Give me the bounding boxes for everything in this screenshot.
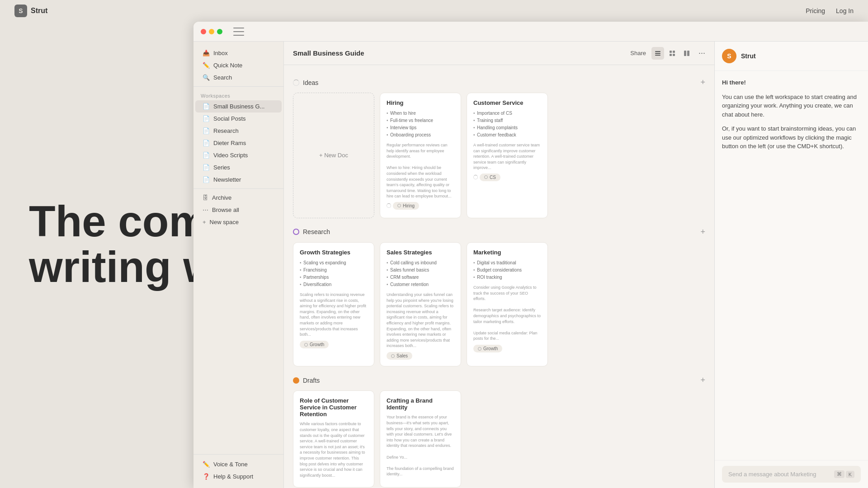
minimize-control[interactable] [209,29,214,34]
sidebar: 📥 Inbox ✏️ Quick Note 🔍 Search Workspace… [193,42,284,488]
login-link[interactable]: Log In [836,7,854,14]
growth-strategies-card[interactable]: Growth Strategies Scaling vs expanding F… [293,242,374,366]
chat-greeting: Hi there! [722,78,861,87]
sidebar-item-search[interactable]: 🔍 Search [195,71,282,84]
cs-retention-card[interactable]: Role of Customer Service in Customer Ret… [293,390,374,488]
sidebar-toggle[interactable] [233,28,244,36]
group-ideas: Ideas + [293,78,705,87]
svg-rect-5 [670,54,672,56]
group-ideas-add-button[interactable]: + [700,78,705,87]
drafts-cards-grid: Role of Customer Service in Customer Ret… [293,390,705,488]
ideas-spinner-icon [293,80,299,86]
brand-identity-card[interactable]: Crafting a Brand Identity Your brand is … [380,390,461,488]
bullet-item: Handling complaints [473,124,541,131]
sidebar-item-newsletter[interactable]: 📄 Newsletter [195,174,282,186]
split-view-button[interactable] [680,47,693,60]
research-cards-grid: Growth Strategies Scaling vs expanding F… [293,242,705,366]
sidebar-item-label: Newsletter [213,176,241,183]
marketing-growth-tag: Growth [473,345,502,352]
group-drafts-add-button[interactable]: + [700,375,705,385]
cs-tag: CS [480,174,500,181]
svg-rect-0 [655,51,660,52]
app-body: 📥 Inbox ✏️ Quick Note 🔍 Search Workspace… [193,42,868,488]
doc-icon: 📄 [203,115,210,122]
growth-tag-dot-icon [304,343,308,347]
marketing-card[interactable]: Marketing Digital vs traditional Budget … [467,242,548,366]
hiring-card[interactable]: Hiring When to hire Full-time vs freelan… [380,93,461,218]
bullet-item: Training staff [473,117,541,124]
sidebar-item-research[interactable]: 📄 Research [195,125,282,137]
svg-rect-6 [673,54,675,56]
chat-input-box[interactable]: Send a message about Marketing ⌘ K [722,466,861,483]
sidebar-item-series[interactable]: 📄 Series [195,161,282,174]
sidebar-item-inbox[interactable]: 📥 Inbox [195,47,282,59]
chat-greeting-text: Hi there! [722,78,861,87]
bullet-item: Customer retention [387,281,454,288]
grid-view-button[interactable] [666,47,679,60]
chat-messages: Hi there! You can use the left workspace… [715,71,868,460]
group-research: Research + [293,227,705,237]
sidebar-item-dieterrams[interactable]: 📄 Dieter Rams [195,137,282,149]
new-doc-label: + New Doc [319,152,348,159]
sidebar-item-archive[interactable]: 🗄 Archive [195,192,282,204]
svg-rect-1 [655,53,660,54]
bullet-item: Importance of CS [473,110,541,117]
bullet-item: Sales funnel basics [387,267,454,274]
chat-avatar: S [722,49,736,63]
svg-rect-4 [673,51,675,53]
bullet-item: Customer feedback [473,131,541,139]
bullet-item: Cold calling vs inbound [387,259,454,267]
plus-icon: + [203,219,206,225]
svg-rect-7 [684,51,686,56]
sidebar-item-socialposts[interactable]: 📄 Social Posts [195,113,282,125]
sales-card-title: Sales Strategies [387,249,454,256]
sidebar-item-voicetone[interactable]: ✏️ Voice & Tone [195,458,282,470]
close-control[interactable] [201,29,206,34]
customer-service-card[interactable]: Customer Service Importance of CS Traini… [467,93,548,218]
marketing-bullets: Digital vs traditional Budget considerat… [473,259,541,281]
archive-icon: 🗄 [203,194,208,201]
new-doc-card[interactable]: + New Doc [293,93,374,218]
more-options-button[interactable]: ··· [698,48,705,58]
hiring-body-text: Regular performance reviews can help ide… [387,142,454,199]
sidebar-item-label: Social Posts [213,115,246,122]
sidebar-item-smallbusiness[interactable]: 📄 Small Business G... [195,100,282,113]
list-view-button[interactable] [651,47,664,60]
sidebar-item-videoscripts[interactable]: 📄 Video Scripts [195,149,282,161]
maximize-control[interactable] [217,29,222,34]
hiring-tag: Hiring [393,202,419,210]
bullet-item: Digital vs traditional [473,259,541,267]
sidebar-item-quicknote[interactable]: ✏️ Quick Note [195,59,282,71]
chat-message-body-1: You can use the left workspace to start … [722,93,861,119]
brand-identity-body: Your brand is the essence of your busine… [387,414,454,477]
bullet-item: CRM software [387,274,454,281]
doc-header-right: Share ··· [630,47,705,60]
pricing-link[interactable]: Pricing [806,7,825,14]
ideas-cards-grid: + New Doc Hiring When to hire Full-time … [293,93,705,218]
sidebar-item-label: Quick Note [213,62,242,69]
topnav-right: Pricing Log In [806,7,854,14]
sales-tag-dot-icon [391,354,395,358]
sidebar-item-label: Inbox [213,50,228,56]
sales-strategies-card[interactable]: Sales Strategies Cold calling vs inbound… [380,242,461,366]
sales-bullets: Cold calling vs inbound Sales funnel bas… [387,259,454,288]
sidebar-item-browse-all[interactable]: ⋯ Browse all [195,204,282,216]
doc-canvas[interactable]: Ideas + + New Doc Hiring When to hire Fu… [284,65,714,488]
svg-rect-3 [670,51,672,53]
quicknote-icon: ✏️ [203,62,210,69]
sales-body-text: Understanding your sales funnel can help… [387,292,454,349]
sidebar-item-helpsupport[interactable]: ❓ Help & Support [195,470,282,483]
share-button[interactable]: Share [630,50,646,56]
svg-rect-2 [655,55,660,56]
chat-input-placeholder: Send a message about Marketing [728,471,816,478]
sidebar-item-label: New space [210,219,239,225]
sidebar-item-new-space[interactable]: + New space [195,216,282,228]
group-drafts: Drafts + [293,375,705,385]
doc-icon: 📄 [203,152,210,159]
bullet-item: Partnerships [300,274,368,281]
cs-bullets: Importance of CS Training staff Handling… [473,110,541,139]
bullet-item: Interview tips [387,124,454,131]
sidebar-item-label: Help & Support [213,473,253,480]
svg-rect-8 [687,51,689,56]
group-research-add-button[interactable]: + [700,227,705,237]
